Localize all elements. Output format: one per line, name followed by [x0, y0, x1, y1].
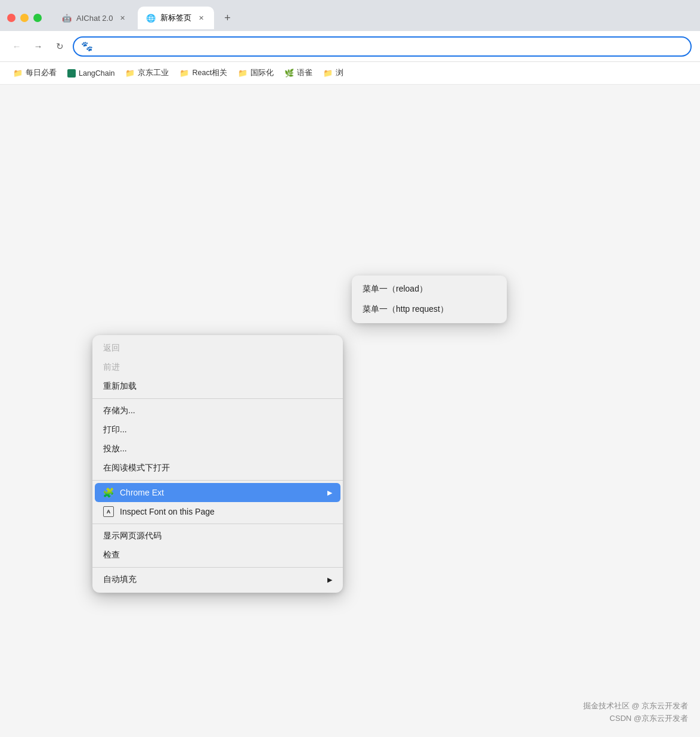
- bookmark-label: 国际化: [250, 68, 274, 78]
- context-menu-cast-label: 投放...: [103, 444, 127, 454]
- bookmark-item[interactable]: 📁 国际化: [233, 66, 278, 80]
- bookmarks-bar: 📁 每日必看 LangChain 📁 京东工业 📁 React相关 📁 国际化 …: [0, 62, 700, 85]
- context-menu-chrome-ext-label: Chrome Ext: [120, 488, 164, 497]
- maximize-traffic-light[interactable]: [33, 14, 42, 22]
- context-menu-back-label: 返回: [103, 343, 120, 354]
- context-menu-autofill[interactable]: 自动填充 ▶: [92, 570, 343, 589]
- close-traffic-light[interactable]: [7, 14, 16, 22]
- context-menu-inspect-font[interactable]: A Inspect Font on this Page: [92, 502, 343, 521]
- tab-newtab-label: 新标签页: [160, 13, 191, 23]
- context-menu-chrome-ext[interactable]: 🧩 Chrome Ext ▶: [95, 483, 340, 502]
- langchain-icon: [67, 69, 76, 78]
- bookmark-label: 语雀: [297, 68, 312, 78]
- context-menu-reload-label: 重新加载: [103, 381, 137, 392]
- page-content: 返回 前进 重新加载 存储为... 打印... 投放... 在阅读模式下打开: [0, 85, 700, 737]
- context-menu-back[interactable]: 返回: [92, 339, 343, 358]
- context-menu-forward-label: 前进: [103, 362, 120, 373]
- watermark: 掘金技术社区 @ 京东云开发者 CSDN @京东云开发者: [583, 700, 688, 725]
- traffic-lights: [7, 14, 42, 22]
- tab-aichat-close[interactable]: ✕: [117, 13, 127, 23]
- bookmark-item[interactable]: 🌿 语雀: [280, 66, 317, 80]
- tab-bar: 🤖 AIChat 2.0 ✕ 🌐 新标签页 ✕ +: [0, 0, 700, 31]
- context-menu-print[interactable]: 打印...: [92, 420, 343, 439]
- tab-aichat[interactable]: 🤖 AIChat 2.0 ✕: [54, 7, 135, 29]
- bookmark-label: 每日必看: [26, 68, 57, 78]
- nav-bar: ← → ↻ 🐾: [0, 31, 700, 62]
- address-bar[interactable]: 🐾: [73, 36, 692, 57]
- bookmark-label: 浏: [336, 68, 343, 78]
- submenu-arrow-icon: ▶: [327, 489, 332, 497]
- puzzle-icon: 🧩: [103, 487, 114, 498]
- folder-icon: 📁: [13, 69, 23, 78]
- tab-newtab-icon: 🌐: [146, 13, 156, 23]
- bookmark-label: LangChain: [79, 69, 114, 78]
- folder-icon: 📁: [125, 69, 135, 78]
- forward-button[interactable]: →: [30, 38, 47, 55]
- context-menu-save-label: 存储为...: [103, 405, 135, 416]
- context-menu-reader-label: 在阅读模式下打开: [103, 463, 170, 473]
- context-menu-forward[interactable]: 前进: [92, 358, 343, 377]
- autofill-arrow-icon: ▶: [327, 576, 332, 584]
- context-menu-reader[interactable]: 在阅读模式下打开: [92, 459, 343, 478]
- back-button[interactable]: ←: [8, 38, 25, 55]
- tab-newtab-close[interactable]: ✕: [196, 13, 206, 23]
- folder-icon: 📁: [179, 69, 189, 78]
- bookmark-label: React相关: [192, 68, 227, 78]
- yuque-icon: 🌿: [284, 69, 294, 78]
- reload-button[interactable]: ↻: [51, 38, 68, 55]
- watermark-line2: CSDN @京东云开发者: [583, 713, 688, 725]
- folder-icon: 📁: [323, 69, 333, 78]
- bookmark-item[interactable]: 📁 React相关: [175, 66, 232, 80]
- separator-1: [92, 398, 343, 399]
- context-menu-print-label: 打印...: [103, 425, 127, 435]
- new-tab-button[interactable]: +: [219, 10, 236, 26]
- context-menu-autofill-label: 自动填充: [103, 574, 137, 585]
- separator-4: [92, 567, 343, 568]
- submenu-item-reload[interactable]: 菜单一（reload）: [352, 279, 507, 299]
- submenu-item-reload-label: 菜单一（reload）: [363, 284, 428, 295]
- context-menu-inspect[interactable]: 检查: [92, 546, 343, 565]
- address-bar-icon: 🐾: [81, 41, 93, 52]
- submenu-item-http[interactable]: 菜单一（http request）: [352, 299, 507, 320]
- context-menu-inspect-label: 检查: [103, 550, 120, 561]
- context-menu-reload[interactable]: 重新加载: [92, 377, 343, 396]
- context-menu-save[interactable]: 存储为...: [92, 401, 343, 420]
- folder-icon: 📁: [238, 69, 247, 78]
- submenu-item-http-label: 菜单一（http request）: [363, 304, 448, 315]
- tab-aichat-label: AIChat 2.0: [76, 14, 113, 23]
- bookmark-label: 京东工业: [138, 68, 169, 78]
- bookmark-item[interactable]: 📁 每日必看: [8, 66, 61, 80]
- context-menu: 返回 前进 重新加载 存储为... 打印... 投放... 在阅读模式下打开: [92, 335, 343, 593]
- tab-newtab[interactable]: 🌐 新标签页 ✕: [138, 7, 214, 29]
- minimize-traffic-light[interactable]: [20, 14, 29, 22]
- font-icon: A: [103, 506, 114, 517]
- bookmark-item[interactable]: 📁 京东工业: [120, 66, 174, 80]
- watermark-line1: 掘金技术社区 @ 京东云开发者: [583, 700, 688, 713]
- bookmark-item[interactable]: LangChain: [63, 67, 119, 80]
- context-menu-view-source-label: 显示网页源代码: [103, 531, 162, 541]
- bookmark-item[interactable]: 📁 浏: [318, 66, 348, 80]
- context-menu-view-source[interactable]: 显示网页源代码: [92, 527, 343, 546]
- submenu: 菜单一（reload） 菜单一（http request）: [352, 275, 507, 323]
- tab-aichat-icon: 🤖: [62, 13, 72, 23]
- separator-2: [92, 480, 343, 481]
- separator-3: [92, 524, 343, 524]
- browser-chrome: 🤖 AIChat 2.0 ✕ 🌐 新标签页 ✕ + ← → ↻ 🐾 📁 每日必看…: [0, 0, 700, 85]
- context-menu-inspect-font-label: Inspect Font on this Page: [120, 507, 215, 516]
- context-menu-cast[interactable]: 投放...: [92, 439, 343, 459]
